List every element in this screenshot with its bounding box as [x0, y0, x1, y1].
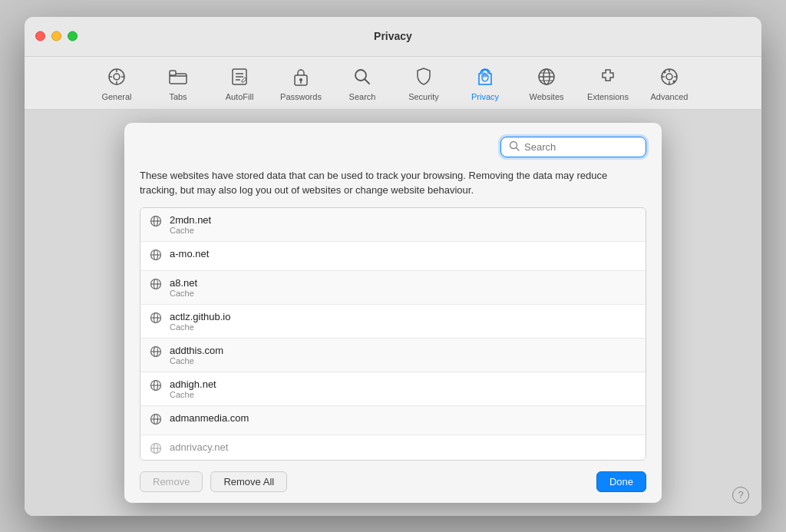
- globe-icon: [150, 413, 162, 428]
- search-toolbar-icon: [350, 64, 375, 89]
- help-button[interactable]: ?: [732, 487, 749, 504]
- svg-rect-7: [170, 71, 176, 75]
- search-input[interactable]: [524, 141, 632, 153]
- toolbar-tabs-label: Tabs: [169, 92, 187, 101]
- websites-icon: [534, 64, 559, 89]
- globe-icon: [150, 312, 162, 327]
- remove-button[interactable]: Remove: [140, 471, 203, 492]
- website-list[interactable]: 2mdn.netCache a-mo.net a8.netCache actlz…: [140, 207, 646, 461]
- list-item[interactable]: addthis.comCache: [140, 339, 646, 372]
- remove-all-button[interactable]: Remove All: [210, 471, 287, 492]
- globe-icon: [150, 215, 162, 230]
- maximize-button[interactable]: [68, 31, 78, 41]
- autofill-icon: [227, 64, 252, 89]
- toolbar: General Tabs Aut: [25, 57, 761, 110]
- site-info: a-mo.net: [170, 248, 209, 259]
- toolbar-advanced-label: Advanced: [651, 92, 689, 101]
- toolbar-item-websites[interactable]: Websites: [523, 64, 570, 101]
- toolbar-websites-label: Websites: [529, 92, 563, 101]
- security-icon: [411, 64, 436, 89]
- site-info: admanmedia.com: [170, 412, 249, 424]
- dialog-description: These websites have stored data that can…: [140, 168, 646, 198]
- site-detail: Cache: [170, 322, 231, 332]
- site-name: actlz.github.io: [170, 311, 231, 322]
- tabs-icon: [166, 64, 190, 89]
- dialog-footer: Remove Remove All Done: [124, 461, 662, 503]
- site-detail: Cache: [170, 289, 197, 298]
- globe-icon: [150, 379, 162, 395]
- content-area: These websites have stored data that can…: [25, 110, 761, 516]
- site-info: actlz.github.ioCache: [170, 311, 231, 332]
- site-info: addthis.comCache: [170, 345, 223, 365]
- titlebar: Privacy: [25, 17, 761, 57]
- toolbar-item-privacy[interactable]: Privacy: [462, 64, 508, 101]
- advanced-icon: [657, 64, 682, 89]
- toolbar-item-tabs[interactable]: Tabs: [155, 64, 201, 101]
- traffic-lights: [35, 31, 78, 41]
- toolbar-item-security[interactable]: Security: [401, 64, 447, 101]
- svg-point-29: [673, 80, 675, 82]
- list-item[interactable]: 2mdn.netCache: [140, 208, 646, 242]
- site-name: a-mo.net: [170, 248, 209, 259]
- search-row: [140, 137, 646, 157]
- close-button[interactable]: [35, 31, 45, 41]
- dialog-top: These websites have stored data that can…: [124, 123, 662, 207]
- toolbar-security-label: Security: [408, 92, 439, 101]
- list-item[interactable]: a8.netCache: [140, 271, 646, 305]
- toolbar-privacy-label: Privacy: [471, 92, 499, 101]
- globe-icon: [150, 278, 162, 293]
- toolbar-item-extensions[interactable]: Extensions: [585, 64, 631, 101]
- svg-point-13: [299, 78, 302, 81]
- svg-line-16: [365, 79, 370, 84]
- list-item[interactable]: actlz.github.ioCache: [140, 305, 646, 339]
- minimize-button[interactable]: [51, 31, 61, 41]
- site-info: a8.netCache: [170, 277, 197, 298]
- svg-point-28: [664, 71, 666, 73]
- list-item[interactable]: adhigh.netCache: [140, 372, 646, 406]
- dialog: These websites have stored data that can…: [124, 123, 662, 503]
- done-button[interactable]: Done: [596, 471, 646, 492]
- site-info: adhigh.netCache: [170, 378, 216, 399]
- list-item[interactable]: adnrivacy.net: [140, 435, 646, 461]
- toolbar-item-advanced[interactable]: Advanced: [646, 64, 692, 101]
- globe-icon: [150, 442, 162, 458]
- toolbar-item-passwords[interactable]: Passwords: [278, 64, 324, 101]
- globe-icon: [150, 345, 162, 361]
- toolbar-item-general[interactable]: General: [94, 64, 140, 101]
- toolbar-item-autofill[interactable]: AutoFill: [216, 64, 263, 101]
- toolbar-passwords-label: Passwords: [280, 92, 322, 101]
- general-icon: [104, 64, 129, 89]
- site-name: 2mdn.net: [170, 214, 211, 226]
- main-window: Privacy General: [25, 17, 761, 516]
- list-item[interactable]: a-mo.net: [140, 242, 646, 271]
- site-name: adhigh.net: [170, 378, 216, 390]
- search-icon: [509, 140, 520, 154]
- svg-line-31: [517, 147, 520, 150]
- extensions-icon: [596, 64, 620, 89]
- passwords-icon: [289, 64, 313, 89]
- site-info: 2mdn.netCache: [170, 214, 211, 235]
- toolbar-autofill-label: AutoFill: [226, 92, 254, 101]
- search-box[interactable]: [500, 137, 646, 157]
- toolbar-general-label: General: [101, 92, 131, 101]
- window-title: Privacy: [374, 30, 412, 42]
- svg-point-23: [666, 74, 672, 80]
- list-item[interactable]: admanmedia.com: [140, 406, 646, 435]
- privacy-icon: [473, 64, 497, 89]
- site-name: adnrivacy.net: [170, 441, 228, 453]
- toolbar-search-label: Search: [349, 92, 376, 101]
- site-detail: Cache: [170, 226, 211, 235]
- site-name: a8.net: [170, 277, 197, 289]
- toolbar-item-search[interactable]: Search: [339, 64, 385, 101]
- site-name: addthis.com: [170, 345, 223, 356]
- globe-icon: [150, 249, 162, 264]
- site-detail: Cache: [170, 356, 223, 365]
- site-name: admanmedia.com: [170, 412, 249, 424]
- site-info: adnrivacy.net: [170, 441, 228, 453]
- footer-left-buttons: Remove Remove All: [140, 471, 287, 492]
- toolbar-extensions-label: Extensions: [587, 92, 629, 101]
- svg-point-1: [114, 74, 120, 80]
- site-detail: Cache: [170, 390, 216, 399]
